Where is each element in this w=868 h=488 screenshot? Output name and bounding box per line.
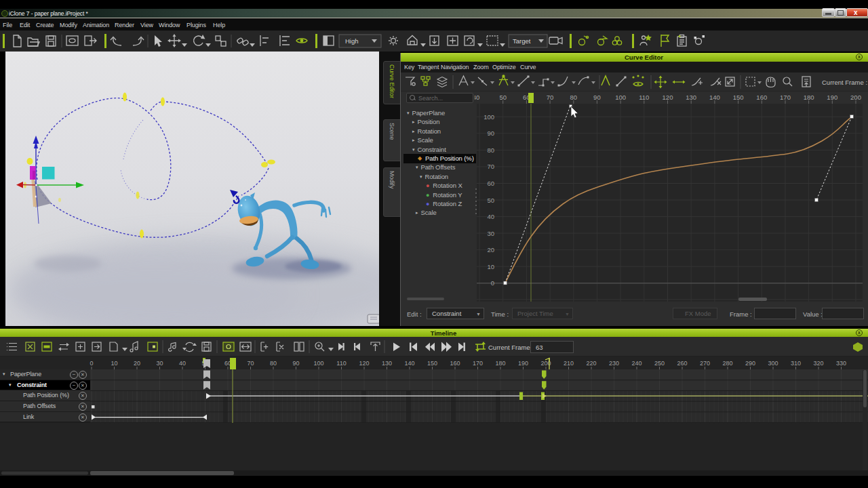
svg-text:260: 260 [677,360,687,367]
svg-text:220: 220 [586,360,596,367]
svg-text:130: 130 [686,94,696,101]
svg-text:20: 20 [487,246,494,253]
svg-text:150: 150 [427,360,437,367]
svg-text:250: 250 [654,360,665,367]
svg-text:50: 50 [499,94,507,101]
svg-text:170: 170 [473,360,483,367]
svg-text:230: 230 [609,360,619,367]
svg-text:Target: Target [513,37,531,45]
svg-text:110: 110 [336,360,346,367]
svg-text:80: 80 [570,94,578,101]
svg-text:100: 100 [484,113,494,121]
svg-text:High: High [345,37,359,45]
svg-text:90: 90 [593,94,601,101]
svg-text:50: 50 [487,197,494,204]
svg-text:120: 120 [663,94,673,101]
svg-text:100: 100 [313,360,323,367]
svg-text:240: 240 [631,360,642,367]
svg-text:120: 120 [359,360,369,367]
svg-text:10: 10 [487,263,494,270]
svg-text:180: 180 [495,360,505,367]
svg-text:140: 140 [404,360,414,367]
svg-text:60: 60 [487,180,494,187]
svg-text:190: 190 [827,94,837,101]
svg-text:40: 40 [475,94,479,101]
svg-text:180: 180 [804,94,814,101]
svg-text:280: 280 [722,360,732,367]
svg-text:10: 10 [111,360,117,367]
svg-text:20: 20 [134,360,140,367]
svg-text:320: 320 [813,360,823,367]
svg-text:30: 30 [156,360,163,367]
svg-text:80: 80 [487,146,494,154]
svg-text:90: 90 [292,360,299,367]
svg-text:0: 0 [491,279,494,287]
svg-text:0: 0 [90,360,93,367]
svg-text:30: 30 [487,230,494,237]
svg-text:70: 70 [487,163,494,170]
svg-text:290: 290 [745,360,755,367]
svg-text:150: 150 [733,94,744,101]
svg-text:40: 40 [487,213,494,220]
svg-text:170: 170 [780,94,791,101]
svg-text:300: 300 [768,360,778,367]
svg-text:140: 140 [709,94,720,101]
svg-text:70: 70 [547,94,554,101]
svg-text:210: 210 [564,360,574,367]
svg-text:270: 270 [700,360,710,367]
svg-text:130: 130 [382,360,392,367]
svg-text:190: 190 [518,360,528,367]
svg-text:160: 160 [450,360,460,367]
svg-text:80: 80 [270,360,277,367]
svg-text:90: 90 [487,129,494,137]
svg-text:110: 110 [639,94,649,101]
svg-text:330: 330 [836,360,846,367]
svg-text:100: 100 [615,94,626,101]
svg-text:310: 310 [791,360,801,367]
svg-text:40: 40 [179,360,186,367]
svg-text:200: 200 [850,94,861,101]
svg-text:70: 70 [247,360,254,367]
svg-text:160: 160 [756,94,767,101]
